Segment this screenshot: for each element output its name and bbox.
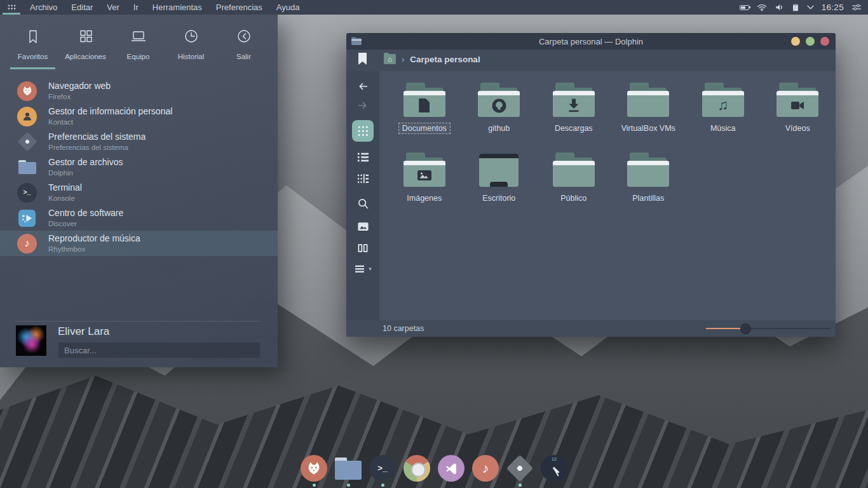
- running-indicator: [450, 484, 453, 487]
- menu-herramientas[interactable]: Herramientas: [146, 0, 209, 15]
- discover-icon: [18, 210, 36, 227]
- music-player-icon: ♪: [17, 234, 37, 254]
- menu-ayuda[interactable]: Ayuda: [269, 0, 307, 15]
- tab-favoritos[interactable]: Favoritos: [6, 22, 59, 69]
- home-folder-icon[interactable]: ⌂: [384, 54, 396, 64]
- search-icon[interactable]: [356, 197, 370, 210]
- zoom-slider[interactable]: [706, 323, 831, 334]
- status-text: 10 carpetas: [383, 324, 424, 333]
- folder-icon-video: [776, 83, 818, 118]
- location-toolbar: ⌂ › Carpeta personal: [346, 50, 836, 71]
- slider-track: [745, 328, 831, 329]
- app-item-system-settings[interactable]: Preferencias del sistema Preferencias de…: [0, 129, 278, 154]
- application-launcher-panel: Favoritos Aplicaciones Equipo Historial …: [0, 15, 278, 367]
- clock-dock-icon: 12: [541, 455, 567, 482]
- firefox-icon: [17, 81, 37, 101]
- tab-salir[interactable]: Salir: [217, 22, 270, 69]
- chevron-down-icon[interactable]: [807, 5, 814, 10]
- terminal-icon: >_: [17, 183, 37, 203]
- folder-plantillas[interactable]: Plantillas: [613, 149, 684, 219]
- minimize-button[interactable]: [791, 37, 800, 46]
- bookmark-icon: [25, 29, 41, 47]
- close-button[interactable]: [820, 37, 829, 46]
- top-panel: Archivo Editar Ver Ir Herramientas Prefe…: [0, 0, 868, 15]
- running-indicator: [519, 484, 522, 487]
- folder-view: Documentos github Descargas VirtualBox V…: [379, 71, 836, 320]
- forward-button[interactable]: [356, 100, 369, 111]
- folder-escritorio[interactable]: Escritorio: [463, 149, 534, 219]
- status-bar: 10 carpetas: [346, 320, 836, 337]
- tab-historial[interactable]: Historial: [165, 22, 217, 69]
- battery-icon[interactable]: [740, 5, 749, 10]
- app-launcher-button[interactable]: [0, 0, 23, 15]
- titlebar[interactable]: Carpeta personal — Dolphin: [346, 33, 836, 50]
- folder-musica[interactable]: ♫ Música: [688, 79, 759, 149]
- launcher-tabs: Favoritos Aplicaciones Equipo Historial …: [0, 15, 278, 69]
- folder-virtualbox-vms[interactable]: VirtualBox VMs: [613, 79, 684, 149]
- apps-grid-icon: [78, 29, 94, 47]
- menu-ir[interactable]: Ir: [126, 0, 146, 15]
- folder-videos[interactable]: Vídeos: [762, 79, 833, 149]
- preview-image-icon[interactable]: [356, 221, 370, 232]
- folder-documentos[interactable]: Documentos: [389, 79, 460, 149]
- dock-item-vscode[interactable]: [437, 455, 465, 487]
- chromium-dock-icon: [403, 455, 430, 482]
- volume-icon[interactable]: [775, 3, 784, 11]
- breadcrumb-location[interactable]: Carpeta personal: [410, 55, 480, 64]
- list-view-button[interactable]: [356, 151, 370, 163]
- history-clock-icon: [183, 29, 200, 47]
- menu-ver[interactable]: Ver: [100, 0, 126, 15]
- panel-clock[interactable]: 16:25: [822, 3, 844, 12]
- breadcrumb-chevron-icon: ›: [402, 55, 404, 64]
- maximize-button[interactable]: [806, 37, 815, 46]
- app-item-konsole[interactable]: >_ Terminal Konsole: [0, 180, 278, 205]
- back-button[interactable]: [356, 81, 369, 92]
- folder-imagenes[interactable]: Imágenes: [389, 149, 460, 219]
- running-indicator: [553, 484, 556, 487]
- places-bookmark-icon[interactable]: [358, 53, 367, 65]
- tab-aplicaciones[interactable]: Aplicaciones: [59, 22, 112, 69]
- folder-icon-plain: [627, 83, 669, 118]
- file-manager-icon: [18, 160, 36, 174]
- logout-icon: [236, 29, 252, 47]
- app-item-kontact[interactable]: Gestor de información personal Kontact: [0, 104, 278, 129]
- user-avatar[interactable]: [16, 325, 46, 356]
- folder-descargas[interactable]: Descargas: [538, 79, 609, 149]
- app-item-discover[interactable]: Centro de software Discover: [0, 205, 278, 231]
- dock-item-firefox[interactable]: [300, 455, 328, 487]
- running-indicator: [484, 484, 487, 487]
- folder-github[interactable]: github: [463, 79, 534, 149]
- folder-publico[interactable]: Público: [538, 149, 609, 219]
- details-view-button[interactable]: [356, 173, 370, 184]
- split-view-icon[interactable]: [356, 243, 369, 254]
- tab-equipo[interactable]: Equipo: [112, 22, 165, 69]
- dock-item-chromium[interactable]: [403, 455, 431, 487]
- menu-archivo[interactable]: Archivo: [23, 0, 64, 15]
- dock-item-dolphin[interactable]: [334, 455, 362, 487]
- dock-item-settings[interactable]: [506, 455, 534, 487]
- app-item-firefox[interactable]: Navegador web Firefox: [0, 78, 278, 104]
- search-input[interactable]: [58, 342, 261, 358]
- settings-dock-icon: [506, 455, 533, 482]
- panel-settings-icon[interactable]: [851, 3, 862, 11]
- menu-editar[interactable]: Editar: [64, 0, 100, 15]
- app-item-rhythmbox[interactable]: ♪ Reproductor de música Rhythmbox: [0, 231, 278, 256]
- breadcrumb[interactable]: ⌂ › Carpeta personal: [384, 54, 480, 64]
- app-item-dolphin[interactable]: Gestor de archivos Dolphin: [0, 154, 278, 180]
- user-name: Eliver Lara: [58, 325, 261, 338]
- terminal-dock-icon: >_: [369, 455, 396, 482]
- slider-knob[interactable]: [740, 323, 751, 334]
- wifi-icon[interactable]: [757, 3, 767, 11]
- clipboard-icon[interactable]: [792, 3, 799, 12]
- window-title: Carpeta personal — Dolphin: [346, 37, 836, 46]
- app-grid-icon: [7, 4, 17, 11]
- music-dock-icon: ♪: [472, 455, 499, 482]
- dock-item-konsole[interactable]: >_: [369, 455, 397, 487]
- menu-button[interactable]: ▾: [354, 264, 372, 273]
- dolphin-window: Carpeta personal — Dolphin ⌂ › Carpeta p…: [346, 33, 836, 337]
- favorites-list: Navegador web Firefox Gestor de informac…: [0, 78, 278, 256]
- dock-item-rhythmbox[interactable]: ♪: [471, 455, 499, 487]
- menu-preferencias[interactable]: Preferencias: [209, 0, 269, 15]
- icons-view-button[interactable]: [352, 120, 374, 142]
- dock-item-clock[interactable]: 12: [540, 455, 568, 487]
